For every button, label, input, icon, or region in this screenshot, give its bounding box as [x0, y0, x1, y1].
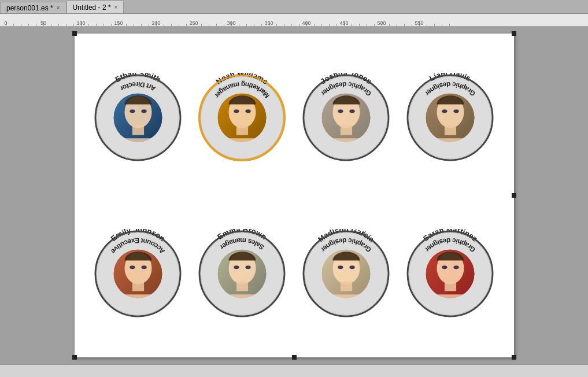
- handle-tl[interactable]: [72, 31, 77, 36]
- tab-close-icon[interactable]: ×: [114, 4, 118, 10]
- status-bar: [0, 364, 588, 377]
- svg-point-16: [322, 93, 371, 142]
- svg-point-37: [218, 249, 267, 298]
- badge-sarah-martinez[interactable]: Sarah MartínezGraphic designer: [404, 201, 497, 346]
- badge-grid: Ethan SmithArt DirectorNoah WilliamsMark…: [75, 34, 514, 357]
- tab-label: Untitled - 2 *: [73, 3, 111, 12]
- svg-point-9: [218, 93, 267, 142]
- badge-ethan-smith[interactable]: Ethan SmithArt Director: [92, 45, 184, 190]
- ruler: 050100150200250300350400450500550: [0, 14, 588, 27]
- svg-point-44: [322, 249, 371, 298]
- handle-mr[interactable]: [512, 193, 516, 198]
- svg-point-51: [426, 249, 475, 298]
- canvas-area: Ethan SmithArt DirectorNoah WilliamsMark…: [0, 27, 588, 364]
- tab-bar: person001.es * × Untitled - 2 * ×: [0, 0, 588, 14]
- badge-madison-garcia[interactable]: Madison GarcíaGraphic designer: [300, 201, 393, 346]
- badge-liam-davis[interactable]: Liam DavisGraphic designer: [404, 45, 497, 190]
- badge-joshua-jones[interactable]: Joshua JonesGraphic designer: [300, 45, 393, 190]
- handle-tr[interactable]: [512, 31, 516, 36]
- svg-point-30: [114, 249, 162, 298]
- tab-label: person001.es *: [6, 4, 53, 12]
- badge-emma-brown[interactable]: Emma BrownSales manager: [196, 201, 289, 346]
- selection-marker: ×: [363, 229, 367, 237]
- svg-point-23: [426, 93, 475, 142]
- badge-noah-williams[interactable]: Noah WilliamsMarketing manager: [196, 45, 289, 190]
- svg-point-2: [114, 93, 162, 142]
- handle-br[interactable]: [512, 355, 516, 360]
- badge-emily-johnson[interactable]: Emily JohnsonAccount Executive: [92, 201, 184, 346]
- tab-close-icon[interactable]: ×: [57, 5, 60, 11]
- canvas[interactable]: Ethan SmithArt DirectorNoah WilliamsMark…: [75, 34, 514, 357]
- handle-bl[interactable]: [72, 355, 77, 360]
- tab-untitled[interactable]: Untitled - 2 * ×: [66, 1, 124, 13]
- handle-mb[interactable]: [292, 355, 297, 360]
- tab-person001[interactable]: person001.es * ×: [0, 2, 66, 13]
